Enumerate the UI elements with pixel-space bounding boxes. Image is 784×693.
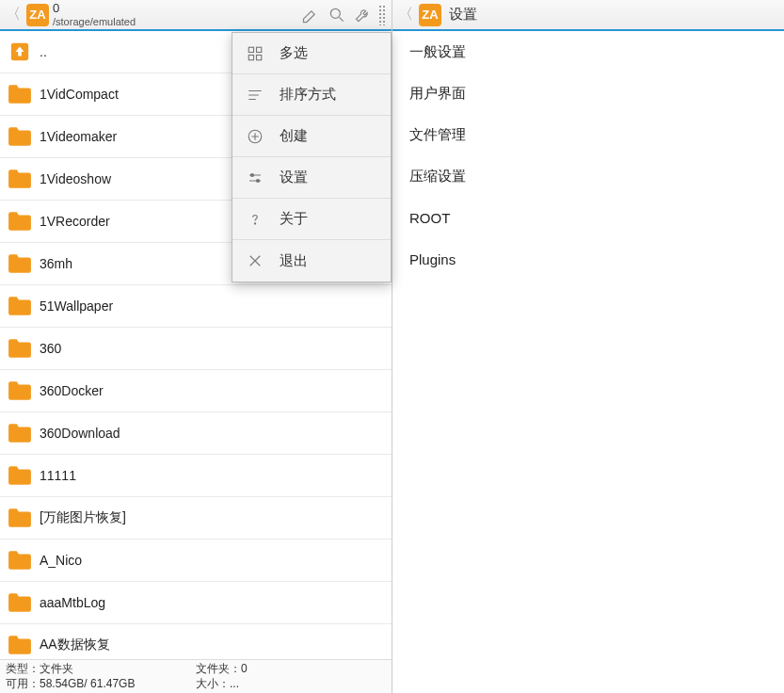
status-folders-value: 0 [241, 662, 248, 675]
folder-icon [8, 84, 32, 105]
header-title: 0 [53, 2, 297, 15]
menu-label: 退出 [280, 252, 308, 270]
grid-icon [244, 45, 266, 62]
settings-label: 文件管理 [409, 126, 466, 144]
help-icon [244, 211, 266, 228]
folder-row[interactable]: AA数据恢复 [0, 624, 392, 659]
svg-point-9 [254, 222, 255, 223]
back-icon[interactable]: 〈 [396, 5, 415, 24]
folder-name: AA数据恢复 [40, 637, 110, 653]
up-arrow-icon [8, 41, 32, 62]
menu-label: 排序方式 [280, 86, 336, 104]
menu-grip-icon[interactable] [378, 5, 386, 25]
svg-point-0 [330, 8, 340, 18]
settings-label: 压缩设置 [409, 168, 466, 185]
folder-name: 36mh [40, 256, 72, 271]
sliders-icon [244, 169, 266, 186]
x-icon [244, 252, 266, 269]
settings-list: 一般设置用户界面文件管理压缩设置ROOTPlugins [392, 31, 784, 693]
folder-icon [8, 508, 32, 528]
status-avail-label: 可用： [6, 677, 40, 690]
settings-item[interactable]: 压缩设置 [392, 155, 784, 197]
svg-rect-4 [248, 55, 253, 59]
folder-icon [8, 380, 32, 401]
svg-rect-3 [257, 47, 262, 52]
app-logo[interactable]: ZA [419, 4, 441, 26]
folder-name: aaaMtbLog [40, 595, 105, 610]
status-size-label: 大小： [196, 677, 230, 690]
menu-item[interactable]: 设置 [232, 157, 391, 199]
settings-item[interactable]: 一般设置 [392, 31, 784, 73]
menu-item[interactable]: 多选 [232, 33, 391, 74]
folder-icon [8, 635, 32, 655]
settings-title: 设置 [449, 6, 477, 24]
menu-label: 设置 [280, 169, 308, 186]
folder-row[interactable]: [万能图片恢复] [0, 497, 392, 540]
menu-item[interactable]: 退出 [232, 240, 391, 282]
left-header: 〈 ZA 0 /storage/emulated [0, 0, 392, 31]
settings-label: Plugins [409, 251, 456, 267]
settings-label: 一般设置 [409, 43, 466, 61]
settings-label: ROOT [409, 210, 450, 226]
folder-icon [8, 550, 32, 571]
folder-row[interactable]: 360 [0, 328, 392, 370]
folder-name: 1VidCompact [40, 87, 119, 102]
menu-label: 多选 [280, 44, 308, 62]
folder-name: 360 [40, 341, 61, 356]
wrench-icon[interactable] [350, 2, 376, 28]
folder-row[interactable]: aaaMtbLog [0, 582, 392, 624]
back-icon[interactable]: 〈 [4, 5, 23, 24]
status-bar: 类型：文件夹 可用：58.54GB/ 61.47GB 文件夹：0 大小：... [0, 659, 392, 693]
folder-name: [万能图片恢复] [40, 509, 126, 526]
status-type-label: 类型： [6, 662, 40, 675]
header-path: /storage/emulated [53, 16, 297, 27]
folder-row[interactable]: 51Wallpaper [0, 285, 392, 328]
folder-row[interactable]: 11111 [0, 455, 392, 497]
status-type-value: 文件夹 [40, 662, 73, 675]
search-icon[interactable] [324, 2, 350, 28]
folder-row[interactable]: A_Nico [0, 540, 392, 582]
svg-point-8 [257, 179, 260, 182]
svg-point-7 [251, 173, 254, 176]
context-menu: 多选排序方式创建设置关于退出 [232, 32, 392, 282]
menu-label: 创建 [280, 127, 308, 145]
folder-row[interactable]: 360Download [0, 412, 392, 455]
menu-item[interactable]: 排序方式 [232, 74, 391, 116]
folder-name: 51Wallpaper [40, 298, 113, 314]
folder-icon [8, 296, 32, 316]
folder-icon [8, 465, 32, 486]
folder-row[interactable]: 360Docker [0, 370, 392, 412]
status-avail-value: 58.54GB/ 61.47GB [40, 677, 135, 690]
right-header: 〈 ZA 设置 [392, 0, 784, 31]
menu-item[interactable]: 创建 [232, 116, 391, 157]
folder-icon [8, 338, 32, 359]
folder-name: A_Nico [40, 553, 82, 568]
folder-icon [8, 126, 32, 147]
settings-item[interactable]: ROOT [392, 197, 784, 238]
up-label: .. [40, 44, 47, 59]
edit-icon[interactable] [297, 2, 324, 28]
settings-item[interactable]: 文件管理 [392, 114, 784, 155]
folder-icon [8, 169, 32, 189]
folder-icon [8, 423, 32, 443]
menu-label: 关于 [280, 210, 308, 228]
status-size-value: ... [230, 677, 239, 690]
folder-name: 360Docker [40, 383, 104, 398]
menu-item[interactable]: 关于 [232, 199, 391, 240]
folder-name: 360Download [40, 426, 120, 441]
folder-icon [8, 253, 32, 274]
settings-item[interactable]: 用户界面 [392, 73, 784, 114]
plus-circle-icon [244, 128, 266, 145]
svg-rect-2 [248, 47, 253, 52]
folder-name: 1Videomaker [40, 129, 117, 144]
status-folders-label: 文件夹： [196, 662, 241, 675]
folder-icon [8, 211, 32, 232]
app-logo[interactable]: ZA [26, 4, 49, 26]
svg-rect-5 [257, 55, 262, 59]
sort-icon [244, 87, 266, 104]
folder-icon [8, 592, 32, 613]
settings-label: 用户界面 [409, 85, 466, 103]
folder-name: 1VRecorder [40, 214, 110, 229]
folder-name: 1Videoshow [40, 171, 111, 186]
settings-item[interactable]: Plugins [392, 238, 784, 280]
